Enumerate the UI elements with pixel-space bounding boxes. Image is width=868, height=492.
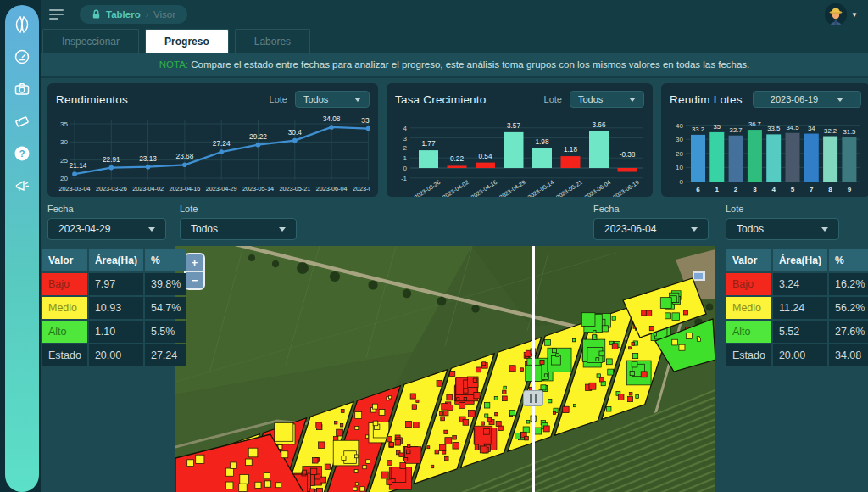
sidebar: ? — [5, 5, 39, 492]
lote-select-left[interactable]: Todos — [180, 218, 297, 240]
svg-text:1.98: 1.98 — [536, 138, 549, 146]
chevron-down-icon — [629, 98, 636, 102]
svg-text:1.77: 1.77 — [422, 140, 436, 148]
rendimientos-line-chart: 202530352023-03-042023-03-262023-04-0220… — [56, 110, 370, 197]
svg-text:2023-04-16: 2023-04-16 — [170, 185, 201, 193]
svg-text:33.5: 33.5 — [767, 125, 780, 132]
stats-table-left: Valor Área(Ha) % Bajo 7.97 39.8% Medio 1… — [41, 248, 188, 368]
table-row: Alto 5.52 27.6% — [726, 321, 868, 343]
lote-label: Lote — [270, 94, 287, 104]
lote-select[interactable]: Todos — [295, 91, 370, 108]
value-cell: Alto — [726, 321, 771, 343]
lote-select-right[interactable]: Todos — [726, 218, 839, 240]
svg-text:4: 4 — [403, 125, 408, 132]
satellite-map-canvas — [175, 246, 715, 492]
svg-text:23.13: 23.13 — [139, 154, 157, 163]
fecha-select-left[interactable]: 2023-04-29 — [47, 218, 166, 240]
user-menu[interactable]: ▼ — [825, 3, 858, 25]
tag-icon[interactable] — [11, 110, 33, 132]
svg-text:1: 1 — [403, 154, 408, 162]
table-row: Bajo 7.97 39.8% — [42, 273, 186, 295]
svg-text:2023-05-14: 2023-05-14 — [526, 179, 555, 197]
svg-text:36.7: 36.7 — [748, 120, 761, 128]
svg-text:2023-05-21: 2023-05-21 — [279, 185, 310, 193]
menu-toggle-icon[interactable] — [49, 7, 66, 22]
chevron-down-icon — [837, 98, 843, 102]
gauge-dashboard-icon[interactable] — [11, 46, 33, 68]
svg-text:10: 10 — [676, 164, 683, 171]
leaf-logo-icon[interactable] — [11, 14, 33, 36]
svg-text:22.91: 22.91 — [103, 155, 120, 164]
svg-text:1: 1 — [715, 186, 720, 193]
value-cell: Bajo — [42, 273, 87, 295]
tab-progreso[interactable]: Progreso — [145, 29, 229, 53]
svg-text:6: 6 — [696, 186, 700, 193]
svg-text:25: 25 — [60, 157, 68, 165]
swipe-divider-handle[interactable] — [523, 390, 543, 406]
filter-lote-left: Lote Todos — [180, 204, 297, 240]
tab-inspeccionar[interactable]: Inspeccionar — [42, 29, 139, 53]
main-content: Tablero › Visor ▼ Inspeccionar Progreso … — [41, 0, 868, 492]
lotes-bar-chart: 01020304033.2635132.7236.7333.5434.55347… — [670, 110, 861, 197]
svg-text:3: 3 — [403, 135, 408, 143]
chevron-down-icon — [691, 227, 698, 232]
svg-text:-0.38: -0.38 — [620, 151, 636, 159]
svg-text:27.24: 27.24 — [213, 139, 231, 148]
chevron-down-icon — [148, 227, 155, 232]
fecha-select-right[interactable]: 2023-06-04 — [593, 218, 709, 240]
breadcrumb-section[interactable]: Tablero — [106, 9, 141, 20]
panel-tasa-crecimiento: Tasa Crecimiento Lote Todos -1012341.772… — [387, 83, 653, 197]
svg-text:31.5: 31.5 — [843, 128, 855, 136]
svg-text:2023-06-19: 2023-06-19 — [353, 185, 370, 193]
svg-text:2: 2 — [734, 186, 738, 193]
chevron-down-icon — [821, 227, 828, 232]
svg-text:4: 4 — [771, 186, 776, 193]
megaphone-icon[interactable] — [11, 175, 33, 197]
svg-text:7: 7 — [810, 186, 814, 193]
panel-title: Rendim Lotes — [670, 93, 743, 106]
svg-text:9: 9 — [848, 186, 852, 193]
tab-labores[interactable]: Labores — [235, 29, 310, 53]
svg-text:40: 40 — [676, 122, 683, 130]
tab-bar: Inspeccionar Progreso Labores — [41, 29, 868, 53]
svg-text:30: 30 — [60, 138, 68, 146]
value-cell: Estado — [726, 344, 771, 366]
date-select[interactable]: 2023-06-19 — [753, 91, 861, 108]
svg-text:34.5: 34.5 — [787, 124, 799, 131]
avatar[interactable] — [825, 3, 847, 25]
svg-text:2023-03-04: 2023-03-04 — [59, 185, 91, 193]
svg-text:30: 30 — [676, 136, 683, 143]
table-row: Medio 11.24 56.2% — [726, 297, 868, 319]
breadcrumb-separator: › — [146, 10, 148, 20]
value-cell: Medio — [42, 297, 87, 319]
svg-text:20: 20 — [60, 175, 68, 182]
table-row: Estado 20.00 34.08 — [726, 344, 868, 366]
camera-icon[interactable] — [11, 78, 33, 100]
filter-fecha-right: Fecha 2023-06-04 — [593, 204, 709, 240]
svg-text:2023-06-19: 2023-06-19 — [612, 179, 641, 197]
svg-text:2023-03-26: 2023-03-26 — [413, 179, 442, 197]
swipe-divider-line — [532, 246, 535, 492]
svg-text:2023-05-21: 2023-05-21 — [555, 179, 584, 197]
table-row: Estado 20.00 27.24 — [42, 344, 186, 366]
svg-text:2023-04-02: 2023-04-02 — [132, 185, 164, 193]
help-icon[interactable]: ? — [11, 143, 33, 165]
breadcrumb: Tablero › Visor — [80, 5, 187, 24]
svg-text:?: ? — [19, 148, 25, 159]
value-cell: Alto — [42, 321, 87, 343]
svg-text:2023-05-14: 2023-05-14 — [242, 185, 274, 193]
svg-text:0: 0 — [680, 178, 684, 186]
svg-text:0.54: 0.54 — [479, 153, 492, 160]
svg-text:30.4: 30.4 — [288, 128, 303, 137]
svg-text:2023-04-02: 2023-04-02 — [442, 179, 470, 197]
value-cell: Medio — [726, 297, 771, 319]
table-row: Alto 1.10 5.5% — [42, 321, 186, 343]
panel-rendim-lotes: Rendim Lotes 2023-06-19 01020304033.2635… — [661, 83, 868, 197]
comparison-map[interactable]: + − — [175, 246, 715, 492]
lote-label: Lote — [544, 94, 562, 104]
chevron-down-icon — [279, 227, 286, 232]
note-banner: NOTA: Compare el estado entre fechas par… — [41, 53, 868, 76]
lote-select[interactable]: Todos — [570, 91, 644, 108]
table-row: Medio 10.93 54.7% — [42, 297, 186, 319]
svg-text:3: 3 — [753, 186, 757, 193]
